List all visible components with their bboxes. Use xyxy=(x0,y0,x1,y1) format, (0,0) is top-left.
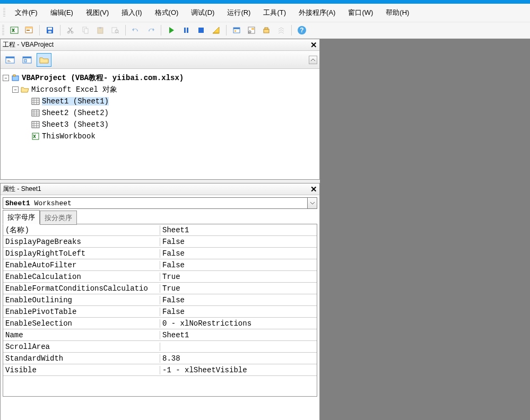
project-tree[interactable]: − VBAProject (VBA教程- yiibai.com.xlsx) − … xyxy=(1,69,319,167)
property-row[interactable]: EnableCalculationTrue xyxy=(3,271,317,283)
project-explorer-button[interactable] xyxy=(230,24,244,37)
help-button[interactable]: ? xyxy=(295,24,309,37)
property-value[interactable]: Sheet1 xyxy=(160,226,317,234)
property-value[interactable]: False xyxy=(160,249,317,258)
tree-toggle-minus-icon[interactable]: − xyxy=(3,75,9,81)
reset-button[interactable] xyxy=(194,24,208,37)
tree-group-label: Microsoft Excel 对象 xyxy=(31,85,117,94)
toolbox-icon xyxy=(277,26,285,34)
tree-group[interactable]: − Microsoft Excel 对象 xyxy=(3,84,317,95)
property-value[interactable]: False xyxy=(160,308,317,316)
property-row[interactable]: ScrollArea xyxy=(3,341,317,353)
cut-button[interactable] xyxy=(64,24,77,37)
project-window-icon xyxy=(232,26,241,34)
property-row[interactable]: (名称)Sheet1 xyxy=(3,224,317,236)
redo-button[interactable] xyxy=(144,24,158,37)
paste-button[interactable] xyxy=(93,24,107,37)
properties-window-button[interactable] xyxy=(245,24,258,37)
menu-tools[interactable]: 工具(T) xyxy=(258,6,291,20)
tab-categorized[interactable]: 按分类序 xyxy=(40,211,77,225)
view-code-button[interactable] xyxy=(3,53,18,67)
menu-insert[interactable]: 插入(I) xyxy=(116,6,147,20)
property-value[interactable]: Sheet1 xyxy=(160,331,317,339)
tree-sheet-item[interactable]: Sheet3 (Sheet3) xyxy=(3,119,317,130)
property-row[interactable]: EnableOutliningFalse xyxy=(3,294,317,306)
undo-button[interactable] xyxy=(129,24,143,37)
menu-view[interactable]: 视图(V) xyxy=(81,6,114,20)
property-value[interactable]: -1 - xlSheetVisible xyxy=(160,366,317,374)
properties-panel: 属性 - Sheet1 ✕ Sheet1 Worksheet 按字母序 按分类序… xyxy=(0,183,320,420)
folder-icon xyxy=(39,56,49,64)
tab-alphabetic[interactable]: 按字母序 xyxy=(3,210,40,224)
project-panel-close-button[interactable]: ✕ xyxy=(308,40,319,50)
svg-line-15 xyxy=(118,32,119,33)
copy-button[interactable] xyxy=(79,24,92,37)
object-selector-dropdown[interactable]: Sheet1 Worksheet xyxy=(3,197,317,209)
property-row[interactable]: EnableFormatConditionsCalculatioTrue xyxy=(3,283,317,294)
property-row[interactable]: DisplayRightToLeftFalse xyxy=(3,248,317,259)
insert-userform-button[interactable] xyxy=(22,24,36,37)
scissors-icon xyxy=(66,26,75,34)
property-name: (名称) xyxy=(3,225,160,235)
menu-edit[interactable]: 编辑(E) xyxy=(45,6,79,20)
property-value[interactable]: False xyxy=(160,238,317,246)
property-value[interactable]: 0 - xlNoRestrictions xyxy=(160,319,317,328)
property-row[interactable]: EnableAutoFilterFalse xyxy=(3,259,317,271)
menu-addins[interactable]: 外接程序(A) xyxy=(293,6,341,20)
tree-sheet-item[interactable]: Sheet2 (Sheet2) xyxy=(3,107,317,119)
properties-panel-title: 属性 - Sheet1 xyxy=(3,185,41,194)
property-row[interactable]: StandardWidth8.38 xyxy=(3,353,317,364)
break-button[interactable] xyxy=(179,24,193,37)
property-value[interactable]: False xyxy=(160,261,317,269)
view-object-button[interactable] xyxy=(20,53,34,67)
object-selector-arrow-button[interactable] xyxy=(307,198,317,208)
properties-tabs: 按字母序 按分类序 xyxy=(1,211,319,224)
property-row[interactable]: NameSheet1 xyxy=(3,329,317,341)
toolbar-separator xyxy=(39,25,40,36)
property-name: DisplayPageBreaks xyxy=(3,238,160,246)
toolbar-separator xyxy=(125,25,126,36)
tree-toggle-minus-icon[interactable]: − xyxy=(12,86,19,93)
menubar-grip-icon xyxy=(3,8,5,18)
object-browser-icon xyxy=(262,26,271,34)
find-button[interactable] xyxy=(108,24,122,37)
menu-help[interactable]: 帮助(H) xyxy=(380,6,414,20)
svg-rect-5 xyxy=(48,28,52,30)
project-scroll-up[interactable] xyxy=(309,56,317,64)
menu-file[interactable]: 文件(F) xyxy=(10,6,43,20)
property-value[interactable]: True xyxy=(160,273,317,281)
menu-debug[interactable]: 调试(D) xyxy=(186,6,220,20)
menu-format[interactable]: 格式(O) xyxy=(150,6,184,20)
run-button[interactable] xyxy=(164,24,178,37)
svg-rect-0 xyxy=(11,27,18,33)
menu-run[interactable]: 运行(R) xyxy=(222,6,256,20)
toolbox-button[interactable] xyxy=(274,24,288,37)
property-name: EnableAutoFilter xyxy=(3,261,160,269)
tree-sheet-item[interactable]: Sheet1 (Sheet1) xyxy=(3,95,317,107)
properties-window-icon xyxy=(247,26,256,34)
design-mode-button[interactable] xyxy=(209,24,223,37)
property-value[interactable]: True xyxy=(160,284,317,293)
toolbar-separator xyxy=(60,25,60,36)
properties-grid[interactable]: (名称)Sheet1 DisplayPageBreaksFalse Displa… xyxy=(3,224,317,397)
property-row[interactable]: EnableSelection0 - xlNoRestrictions xyxy=(3,318,317,329)
property-row[interactable]: EnablePivotTableFalse xyxy=(3,306,317,318)
property-value[interactable]: 8.38 xyxy=(160,354,317,363)
object-browser-button[interactable] xyxy=(259,24,273,37)
save-button[interactable] xyxy=(43,24,57,37)
toggle-folders-button[interactable] xyxy=(37,53,51,67)
tree-workbook-item[interactable]: ThisWorkbook xyxy=(3,130,317,142)
copy-icon xyxy=(81,26,90,34)
property-row[interactable]: Visible-1 - xlSheetVisible xyxy=(3,364,317,376)
property-row[interactable]: DisplayPageBreaksFalse xyxy=(3,236,317,248)
tree-project-root[interactable]: − VBAProject (VBA教程- yiibai.com.xlsx) xyxy=(3,72,317,84)
svg-rect-12 xyxy=(99,27,101,29)
view-excel-button[interactable] xyxy=(7,24,21,37)
properties-panel-close-button[interactable]: ✕ xyxy=(308,184,319,195)
play-icon xyxy=(167,26,176,34)
menu-window[interactable]: 窗口(W) xyxy=(343,6,378,20)
svg-rect-36 xyxy=(32,98,39,104)
property-name: EnableFormatConditionsCalculatio xyxy=(3,284,160,293)
property-value[interactable]: False xyxy=(160,296,317,304)
property-name: DisplayRightToLeft xyxy=(3,249,160,258)
